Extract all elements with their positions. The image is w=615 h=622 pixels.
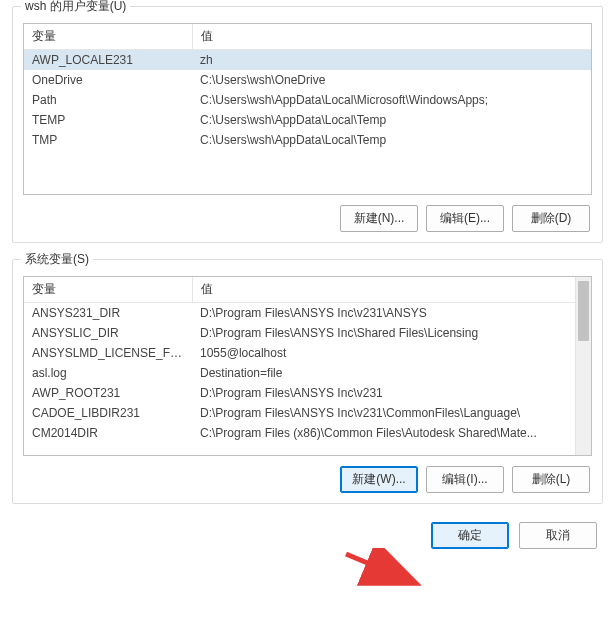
cell-variable-value: zh	[192, 50, 591, 71]
cell-variable-value: C:\Program Files (x86)\Common Files\Auto…	[192, 423, 591, 443]
table-row[interactable]: asl.logDestination=file	[24, 363, 591, 383]
table-row[interactable]: CM2014DIRC:\Program Files (x86)\Common F…	[24, 423, 591, 443]
cell-variable-name: ANSYSLMD_LICENSE_FILE	[24, 343, 192, 363]
column-header-name[interactable]: 变量	[24, 24, 192, 50]
table-row[interactable]: ANSYSLIC_DIRD:\Program Files\ANSYS Inc\S…	[24, 323, 591, 343]
system-variables-table-wrap: 变量 值 ANSYS231_DIRD:\Program Files\ANSYS …	[23, 276, 592, 456]
cell-variable-name: asl.log	[24, 363, 192, 383]
table-row[interactable]: ANSYS231_DIRD:\Program Files\ANSYS Inc\v…	[24, 303, 591, 324]
column-header-value[interactable]: 值	[192, 277, 591, 303]
user-delete-button[interactable]: 删除(D)	[512, 205, 590, 232]
table-row[interactable]: CADOE_LIBDIR231D:\Program Files\ANSYS In…	[24, 403, 591, 423]
svg-line-1	[346, 554, 408, 580]
ok-button[interactable]: 确定	[431, 522, 509, 549]
user-variables-buttons: 新建(N)... 编辑(E)... 删除(D)	[23, 205, 592, 232]
cell-variable-value: C:\Users\wsh\AppData\Local\Temp	[192, 110, 591, 130]
cell-variable-value: 1055@localhost	[192, 343, 591, 363]
user-edit-button[interactable]: 编辑(E)...	[426, 205, 504, 232]
cell-variable-value: C:\Users\wsh\OneDrive	[192, 70, 591, 90]
table-row[interactable]: PathC:\Users\wsh\AppData\Local\Microsoft…	[24, 90, 591, 110]
annotation-arrow-icon	[342, 548, 422, 588]
system-variables-buttons: 新建(W)... 编辑(I)... 删除(L)	[23, 466, 592, 493]
system-edit-button[interactable]: 编辑(I)...	[426, 466, 504, 493]
system-delete-button[interactable]: 删除(L)	[512, 466, 590, 493]
system-variables-group: 系统变量(S) 变量 值 ANSYS231_DIRD:\Program File…	[12, 259, 603, 504]
cell-variable-value: D:\Program Files\ANSYS Inc\v231	[192, 383, 591, 403]
scrollbar-thumb[interactable]	[578, 281, 589, 341]
cell-variable-value: D:\Program Files\ANSYS Inc\Shared Files\…	[192, 323, 591, 343]
cell-variable-name: Path	[24, 90, 192, 110]
dialog-buttons: 确定 取消	[0, 522, 597, 549]
table-row[interactable]: TMPC:\Users\wsh\AppData\Local\Temp	[24, 130, 591, 150]
cell-variable-name: TEMP	[24, 110, 192, 130]
cell-variable-name: ANSYS231_DIR	[24, 303, 192, 324]
user-variables-table-wrap: 变量 值 AWP_LOCALE231zhOneDriveC:\Users\wsh…	[23, 23, 592, 195]
cancel-button[interactable]: 取消	[519, 522, 597, 549]
column-header-name[interactable]: 变量	[24, 277, 192, 303]
cell-variable-name: AWP_LOCALE231	[24, 50, 192, 71]
system-variables-table[interactable]: 变量 值 ANSYS231_DIRD:\Program Files\ANSYS …	[24, 277, 591, 443]
table-row[interactable]: OneDriveC:\Users\wsh\OneDrive	[24, 70, 591, 90]
cell-variable-name: TMP	[24, 130, 192, 150]
table-row[interactable]: TEMPC:\Users\wsh\AppData\Local\Temp	[24, 110, 591, 130]
user-variables-table[interactable]: 变量 值 AWP_LOCALE231zhOneDriveC:\Users\wsh…	[24, 24, 591, 150]
cell-variable-name: CADOE_LIBDIR231	[24, 403, 192, 423]
cell-variable-value: D:\Program Files\ANSYS Inc\v231\CommonFi…	[192, 403, 591, 423]
user-new-button[interactable]: 新建(N)...	[340, 205, 418, 232]
cell-variable-value: C:\Users\wsh\AppData\Local\Microsoft\Win…	[192, 90, 591, 110]
table-row[interactable]: ANSYSLMD_LICENSE_FILE1055@localhost	[24, 343, 591, 363]
cell-variable-name: CM2014DIR	[24, 423, 192, 443]
cell-variable-value: C:\Users\wsh\AppData\Local\Temp	[192, 130, 591, 150]
table-row[interactable]: AWP_ROOT231D:\Program Files\ANSYS Inc\v2…	[24, 383, 591, 403]
column-header-value[interactable]: 值	[192, 24, 591, 50]
user-variables-label: wsh 的用户变量(U)	[21, 0, 130, 15]
cell-variable-name: OneDrive	[24, 70, 192, 90]
user-variables-group: wsh 的用户变量(U) 变量 值 AWP_LOCALE231zhOneDriv…	[12, 6, 603, 243]
cell-variable-name: ANSYSLIC_DIR	[24, 323, 192, 343]
system-new-button[interactable]: 新建(W)...	[340, 466, 418, 493]
cell-variable-value: D:\Program Files\ANSYS Inc\v231\ANSYS	[192, 303, 591, 324]
system-table-scrollbar[interactable]	[575, 277, 591, 455]
system-variables-label: 系统变量(S)	[21, 251, 93, 268]
table-row[interactable]: AWP_LOCALE231zh	[24, 50, 591, 71]
cell-variable-value: Destination=file	[192, 363, 591, 383]
cell-variable-name: AWP_ROOT231	[24, 383, 192, 403]
